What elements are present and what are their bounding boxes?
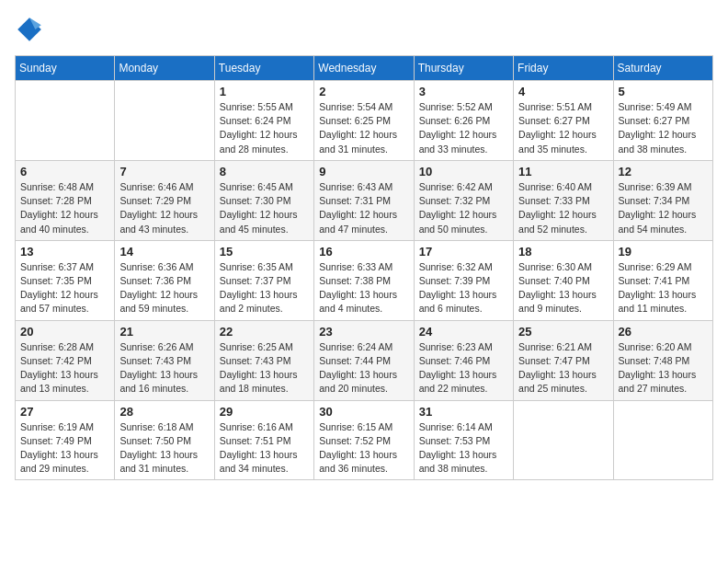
calendar-week-row: 27Sunrise: 6:19 AMSunset: 7:49 PMDayligh… — [16, 400, 713, 480]
calendar-body: 1Sunrise: 5:55 AMSunset: 6:24 PMDaylight… — [16, 81, 713, 480]
day-number: 16 — [319, 245, 408, 259]
calendar-cell — [115, 81, 214, 161]
day-info: Sunrise: 6:36 AMSunset: 7:36 PMDaylight:… — [119, 260, 209, 316]
svg-marker-0 — [17, 17, 41, 41]
calendar-cell — [613, 400, 712, 480]
day-number: 11 — [518, 165, 608, 178]
day-number: 3 — [419, 85, 508, 98]
day-number: 26 — [619, 325, 708, 339]
calendar-cell: 29Sunrise: 6:16 AMSunset: 7:51 PMDayligh… — [214, 400, 313, 480]
calendar-cell: 26Sunrise: 6:20 AMSunset: 7:48 PMDayligh… — [613, 320, 712, 400]
day-header-monday: Monday — [115, 56, 214, 81]
day-info: Sunrise: 6:46 AMSunset: 7:29 PMDaylight:… — [119, 180, 209, 236]
calendar-week-row: 6Sunrise: 6:48 AMSunset: 7:28 PMDaylight… — [16, 160, 713, 240]
calendar-cell: 7Sunrise: 6:46 AMSunset: 7:29 PMDaylight… — [115, 160, 214, 240]
day-number: 8 — [220, 165, 309, 178]
day-number: 1 — [220, 85, 309, 98]
day-info: Sunrise: 6:42 AMSunset: 7:32 PMDaylight:… — [419, 180, 508, 236]
day-number: 6 — [20, 165, 109, 178]
day-number: 14 — [119, 245, 209, 259]
day-number: 28 — [119, 405, 209, 419]
calendar-cell: 30Sunrise: 6:15 AMSunset: 7:52 PMDayligh… — [314, 400, 414, 480]
calendar-cell: 6Sunrise: 6:48 AMSunset: 7:28 PMDaylight… — [16, 160, 115, 240]
day-header-friday: Friday — [514, 56, 613, 81]
day-info: Sunrise: 6:21 AMSunset: 7:47 PMDaylight:… — [518, 340, 608, 396]
day-number: 7 — [119, 165, 209, 178]
day-number: 2 — [319, 85, 408, 98]
calendar-week-row: 13Sunrise: 6:37 AMSunset: 7:35 PMDayligh… — [16, 240, 713, 320]
day-info: Sunrise: 5:49 AMSunset: 6:27 PMDaylight:… — [619, 100, 708, 156]
calendar-cell: 9Sunrise: 6:43 AMSunset: 7:31 PMDaylight… — [314, 160, 414, 240]
calendar-cell: 3Sunrise: 5:52 AMSunset: 6:26 PMDaylight… — [414, 81, 513, 161]
calendar-table: SundayMondayTuesdayWednesdayThursdayFrid… — [15, 55, 713, 480]
calendar-cell: 15Sunrise: 6:35 AMSunset: 7:37 PMDayligh… — [214, 240, 313, 320]
calendar-header-row: SundayMondayTuesdayWednesdayThursdayFrid… — [16, 56, 713, 81]
calendar-cell: 28Sunrise: 6:18 AMSunset: 7:50 PMDayligh… — [115, 400, 214, 480]
day-number: 23 — [319, 325, 408, 339]
calendar-cell: 19Sunrise: 6:29 AMSunset: 7:41 PMDayligh… — [613, 240, 712, 320]
day-info: Sunrise: 6:19 AMSunset: 7:49 PMDaylight:… — [20, 420, 109, 477]
calendar-cell: 22Sunrise: 6:25 AMSunset: 7:43 PMDayligh… — [214, 320, 313, 400]
day-info: Sunrise: 6:43 AMSunset: 7:31 PMDaylight:… — [319, 180, 408, 236]
day-info: Sunrise: 6:23 AMSunset: 7:46 PMDaylight:… — [419, 340, 508, 396]
calendar-week-row: 1Sunrise: 5:55 AMSunset: 6:24 PMDaylight… — [16, 81, 713, 161]
day-number: 27 — [20, 405, 109, 419]
day-number: 22 — [220, 325, 309, 339]
day-info: Sunrise: 6:32 AMSunset: 7:39 PMDaylight:… — [419, 260, 508, 316]
day-header-saturday: Saturday — [613, 56, 712, 81]
day-info: Sunrise: 6:16 AMSunset: 7:51 PMDaylight:… — [220, 420, 309, 477]
day-info: Sunrise: 5:51 AMSunset: 6:27 PMDaylight:… — [518, 100, 608, 156]
calendar-cell: 16Sunrise: 6:33 AMSunset: 7:38 PMDayligh… — [314, 240, 414, 320]
day-number: 10 — [419, 165, 508, 178]
calendar-cell: 18Sunrise: 6:30 AMSunset: 7:40 PMDayligh… — [514, 240, 613, 320]
day-info: Sunrise: 6:28 AMSunset: 7:42 PMDaylight:… — [20, 340, 109, 396]
day-info: Sunrise: 5:55 AMSunset: 6:24 PMDaylight:… — [220, 100, 309, 156]
logo — [15, 15, 48, 44]
day-number: 17 — [419, 245, 508, 259]
day-number: 15 — [220, 245, 309, 259]
day-number: 5 — [619, 85, 708, 98]
calendar-cell: 2Sunrise: 5:54 AMSunset: 6:25 PMDaylight… — [314, 81, 414, 161]
calendar-cell: 20Sunrise: 6:28 AMSunset: 7:42 PMDayligh… — [16, 320, 115, 400]
day-number: 18 — [518, 245, 608, 259]
day-info: Sunrise: 6:37 AMSunset: 7:35 PMDaylight:… — [20, 260, 109, 316]
day-number: 25 — [518, 325, 608, 339]
day-info: Sunrise: 6:14 AMSunset: 7:53 PMDaylight:… — [419, 420, 508, 477]
day-number: 29 — [220, 405, 309, 419]
calendar-cell — [514, 400, 613, 480]
day-number: 13 — [20, 245, 109, 259]
calendar-cell: 31Sunrise: 6:14 AMSunset: 7:53 PMDayligh… — [414, 400, 513, 480]
day-info: Sunrise: 6:29 AMSunset: 7:41 PMDaylight:… — [619, 260, 708, 316]
day-info: Sunrise: 6:25 AMSunset: 7:43 PMDaylight:… — [220, 340, 309, 396]
calendar-cell: 17Sunrise: 6:32 AMSunset: 7:39 PMDayligh… — [414, 240, 513, 320]
day-number: 24 — [419, 325, 508, 339]
day-number: 30 — [319, 405, 408, 419]
day-info: Sunrise: 6:33 AMSunset: 7:38 PMDaylight:… — [319, 260, 408, 316]
day-number: 31 — [419, 405, 508, 419]
day-info: Sunrise: 6:26 AMSunset: 7:43 PMDaylight:… — [119, 340, 209, 396]
calendar-cell: 25Sunrise: 6:21 AMSunset: 7:47 PMDayligh… — [514, 320, 613, 400]
day-header-tuesday: Tuesday — [214, 56, 313, 81]
day-info: Sunrise: 6:45 AMSunset: 7:30 PMDaylight:… — [220, 180, 309, 236]
calendar-cell: 23Sunrise: 6:24 AMSunset: 7:44 PMDayligh… — [314, 320, 414, 400]
calendar-cell: 1Sunrise: 5:55 AMSunset: 6:24 PMDaylight… — [214, 81, 313, 161]
day-number: 9 — [319, 165, 408, 178]
calendar-cell: 10Sunrise: 6:42 AMSunset: 7:32 PMDayligh… — [414, 160, 513, 240]
calendar-cell: 5Sunrise: 5:49 AMSunset: 6:27 PMDaylight… — [613, 81, 712, 161]
calendar-cell: 8Sunrise: 6:45 AMSunset: 7:30 PMDaylight… — [214, 160, 313, 240]
calendar-cell: 12Sunrise: 6:39 AMSunset: 7:34 PMDayligh… — [613, 160, 712, 240]
day-info: Sunrise: 6:20 AMSunset: 7:48 PMDaylight:… — [619, 340, 708, 396]
day-info: Sunrise: 6:15 AMSunset: 7:52 PMDaylight:… — [319, 420, 408, 477]
calendar-cell: 21Sunrise: 6:26 AMSunset: 7:43 PMDayligh… — [115, 320, 214, 400]
day-header-sunday: Sunday — [16, 56, 115, 81]
calendar-cell: 13Sunrise: 6:37 AMSunset: 7:35 PMDayligh… — [16, 240, 115, 320]
day-header-thursday: Thursday — [414, 56, 513, 81]
logo-icon — [15, 15, 44, 44]
day-number: 19 — [619, 245, 708, 259]
day-info: Sunrise: 6:35 AMSunset: 7:37 PMDaylight:… — [220, 260, 309, 316]
day-info: Sunrise: 5:52 AMSunset: 6:26 PMDaylight:… — [419, 100, 508, 156]
day-info: Sunrise: 6:18 AMSunset: 7:50 PMDaylight:… — [119, 420, 209, 477]
calendar-week-row: 20Sunrise: 6:28 AMSunset: 7:42 PMDayligh… — [16, 320, 713, 400]
day-info: Sunrise: 6:39 AMSunset: 7:34 PMDaylight:… — [619, 180, 708, 236]
day-number: 4 — [518, 85, 608, 98]
